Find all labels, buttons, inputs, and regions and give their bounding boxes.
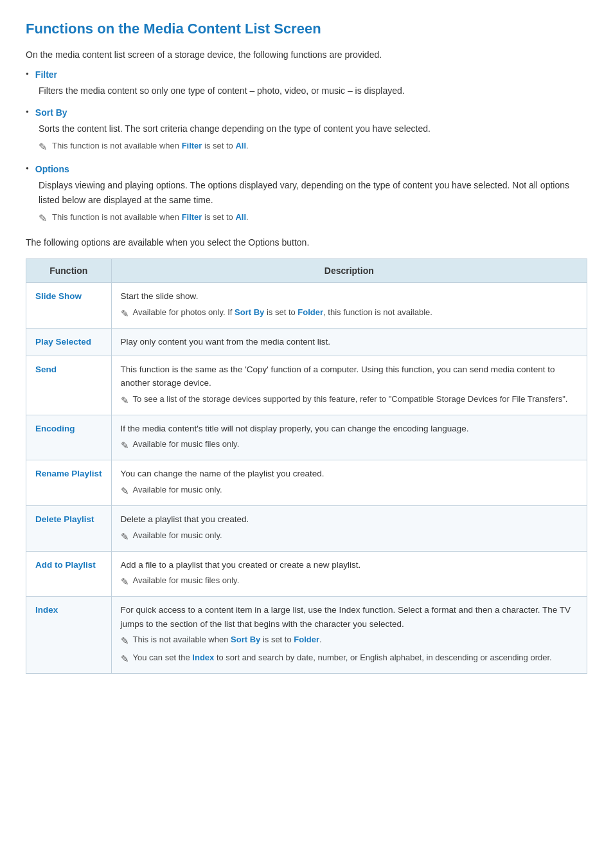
- desc-text: Start the slide show.: [121, 291, 199, 301]
- function-cell: Rename Playlist: [26, 460, 112, 506]
- table-note: ✎Available for music files only.: [121, 438, 578, 453]
- desc-text: Play only content you want from the medi…: [121, 337, 330, 347]
- function-link[interactable]: Send: [35, 365, 57, 374]
- function-link[interactable]: Encoding: [35, 424, 75, 433]
- table-header-row: Function Description: [26, 259, 587, 283]
- table-row: IndexFor quick access to a content item …: [26, 597, 587, 674]
- table-note: ✎To see a list of the storage devices su…: [121, 393, 578, 408]
- note-icon: ✎: [121, 633, 129, 649]
- table-note: ✎Available for music only.: [121, 484, 578, 499]
- note-icon: ✎: [121, 306, 129, 321]
- table-row: Add to PlaylistAdd a file to a playlist …: [26, 551, 587, 597]
- note-content: Available for photos only. If Sort By is…: [133, 306, 432, 320]
- table-note: ✎Available for music only.: [121, 529, 578, 545]
- desc-text: Delete a playlist that you created.: [121, 514, 249, 524]
- function-link[interactable]: Rename Playlist: [35, 469, 102, 478]
- description-cell: Add a file to a playlist that you create…: [111, 551, 587, 597]
- options-section: ● Options Displays viewing and playing o…: [26, 164, 587, 226]
- function-cell: Send: [26, 356, 112, 415]
- note-icon: ✎: [121, 438, 129, 453]
- note-content: Available for music files only.: [133, 438, 240, 451]
- table-note: ✎This is not available when Sort By is s…: [121, 633, 578, 649]
- note-icon-sortby: ✎: [39, 140, 47, 155]
- note-content: Available for music files only.: [133, 574, 240, 588]
- table-row: Rename PlaylistYou can change the name o…: [26, 460, 587, 506]
- sortby-note: ✎ This function is not available when Fi…: [39, 140, 587, 155]
- function-cell: Encoding: [26, 415, 112, 460]
- table-row: Slide ShowStart the slide show.✎Availabl…: [26, 283, 587, 329]
- column-function: Function: [26, 259, 112, 283]
- note-content: This is not available when Sort By is se…: [133, 633, 322, 647]
- function-cell: Index: [26, 597, 112, 674]
- intro-paragraph: On the media content list screen of a st…: [26, 48, 587, 62]
- desc-text: This function is the same as the 'Copy' …: [121, 365, 555, 388]
- description-cell: For quick access to a content item in a …: [111, 597, 587, 674]
- desc-text: If the media content's title will not di…: [121, 424, 469, 433]
- note-content: To see a list of the storage devices sup…: [133, 393, 568, 406]
- options-note-text: This function is not available when Filt…: [52, 211, 249, 224]
- filter-section: ● Filter Filters the media content so on…: [26, 69, 587, 98]
- note-icon-options: ✎: [39, 211, 47, 226]
- table-note: ✎Available for music files only.: [121, 574, 578, 590]
- function-link[interactable]: Slide Show: [35, 291, 82, 301]
- function-link[interactable]: Add to Playlist: [35, 560, 96, 570]
- page-title: Functions on the Media Content List Scre…: [26, 21, 587, 37]
- sortby-link[interactable]: Sort By: [35, 107, 67, 118]
- function-cell: Delete Playlist: [26, 505, 112, 551]
- note-icon: ✎: [121, 651, 129, 667]
- table-row: Play SelectedPlay only content you want …: [26, 328, 587, 356]
- note-content: Available for music only.: [133, 484, 222, 497]
- column-description: Description: [111, 259, 587, 283]
- options-note: ✎ This function is not available when Fi…: [39, 211, 587, 226]
- table-row: SendThis function is the same as the 'Co…: [26, 356, 587, 415]
- sortby-section: ● Sort By Sorts the content list. The so…: [26, 107, 587, 155]
- bullet-dot-sortby: ●: [26, 109, 29, 114]
- filter-link[interactable]: Filter: [35, 69, 57, 80]
- function-cell: Slide Show: [26, 283, 112, 329]
- description-cell: If the media content's title will not di…: [111, 415, 587, 460]
- functions-table: Function Description Slide ShowStart the…: [26, 258, 587, 674]
- description-cell: Start the slide show.✎Available for phot…: [111, 283, 587, 329]
- sortby-description: Sorts the content list. The sort criteri…: [39, 122, 587, 136]
- desc-text: For quick access to a content item in a …: [121, 605, 571, 629]
- function-link[interactable]: Delete Playlist: [35, 514, 94, 524]
- description-cell: Play only content you want from the medi…: [111, 328, 587, 356]
- function-link[interactable]: Index: [35, 605, 58, 615]
- desc-text: You can change the name of the playlist …: [121, 469, 324, 478]
- table-row: Delete PlaylistDelete a playlist that yo…: [26, 505, 587, 551]
- description-cell: Delete a playlist that you created.✎Avai…: [111, 505, 587, 551]
- description-cell: You can change the name of the playlist …: [111, 460, 587, 506]
- function-cell: Play Selected: [26, 328, 112, 356]
- note-icon: ✎: [121, 393, 129, 408]
- options-link[interactable]: Options: [35, 164, 69, 174]
- table-note: ✎You can set the Index to sort and searc…: [121, 651, 578, 667]
- table-row: EncodingIf the media content's title wil…: [26, 415, 587, 460]
- desc-text: Add a file to a playlist that you create…: [121, 560, 361, 570]
- table-note: ✎Available for photos only. If Sort By i…: [121, 306, 578, 321]
- function-link[interactable]: Play Selected: [35, 337, 91, 347]
- filter-description: Filters the media content so only one ty…: [39, 84, 587, 98]
- note-icon: ✎: [121, 574, 129, 590]
- bullet-dot-filter: ●: [26, 71, 29, 77]
- description-cell: This function is the same as the 'Copy' …: [111, 356, 587, 415]
- function-cell: Add to Playlist: [26, 551, 112, 597]
- note-content: You can set the Index to sort and search…: [133, 651, 552, 665]
- options-description: Displays viewing and playing options. Th…: [39, 178, 587, 207]
- table-intro: The following options are available when…: [26, 235, 587, 249]
- sortby-note-text: This function is not available when Filt…: [52, 140, 249, 152]
- note-icon: ✎: [121, 529, 129, 545]
- note-content: Available for music only.: [133, 529, 222, 543]
- bullet-dot-options: ●: [26, 165, 29, 171]
- note-icon: ✎: [121, 484, 129, 499]
